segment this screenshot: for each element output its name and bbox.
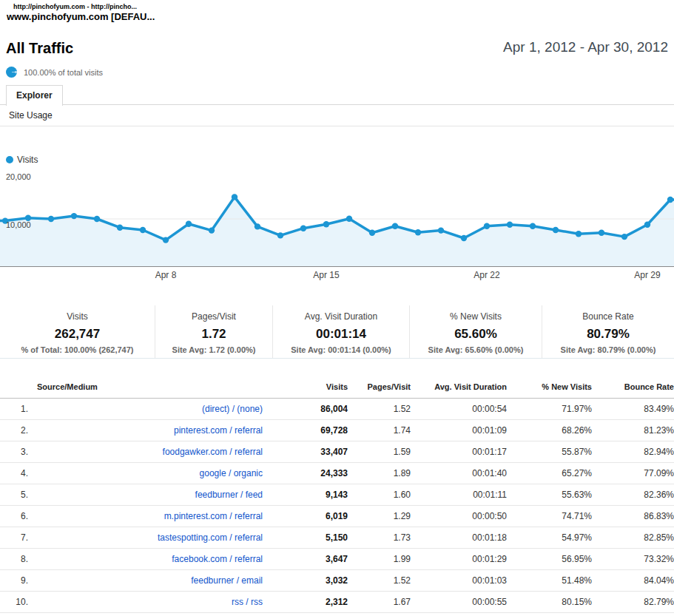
cell-pages-per-visit: 1.52	[348, 399, 411, 420]
cell-source: feedburner / email	[28, 570, 263, 592]
data-point[interactable]	[163, 237, 169, 243]
data-point[interactable]	[507, 222, 513, 228]
data-point[interactable]	[323, 221, 329, 227]
cell-avg-visit-duration: 00:01:03	[411, 570, 507, 592]
row-rank: 7.	[0, 527, 28, 549]
column-header--new-visits[interactable]: % New Visits	[507, 376, 592, 399]
row-rank: 6.	[0, 506, 28, 527]
cell-avg-visit-duration: 00:00:50	[411, 506, 507, 527]
column-header-avg-visit-duration[interactable]: Avg. Visit Duration	[411, 376, 507, 399]
cell-source: m.pinterest.com / referral	[28, 506, 263, 527]
column-header-pages-visit[interactable]: Pages/Visit	[348, 376, 411, 399]
source-link[interactable]: feedburner / email	[191, 575, 263, 586]
data-point[interactable]	[300, 226, 306, 231]
data-point[interactable]	[667, 197, 673, 203]
source-link[interactable]: rss / rss	[232, 597, 263, 607]
data-point[interactable]	[369, 230, 375, 236]
data-point[interactable]	[438, 227, 444, 233]
cell-source: (direct) / (none)	[28, 399, 263, 420]
data-point[interactable]	[644, 222, 650, 228]
data-point[interactable]	[94, 216, 100, 222]
cell-pages-per-visit: 1.60	[348, 484, 411, 506]
traffic-share-label: 100.00% of total visits	[24, 68, 103, 77]
tab-bar: Explorer	[0, 84, 674, 105]
cell-avg-visit-duration: 00:01:09	[411, 420, 507, 441]
cell-new-visits: 56.95%	[507, 549, 592, 570]
table-row: 8.facebook.com / referral3,6471.9900:01:…	[0, 549, 674, 570]
cell-new-visits: 55.87%	[507, 441, 592, 463]
data-point[interactable]	[346, 216, 352, 222]
source-link[interactable]: pinterest.com / referral	[174, 425, 263, 436]
source-link[interactable]: (direct) / (none)	[202, 404, 263, 414]
table-row: 6.m.pinterest.com / referral6,0191.2900:…	[0, 506, 674, 527]
scorecard-subtext: % of Total: 100.00% (262,747)	[0, 345, 155, 354]
data-point[interactable]	[71, 213, 77, 219]
cell-pages-per-visit: 1.67	[348, 592, 411, 613]
window-title-line-1: http://pinchofyum.com - http://pincho...	[13, 3, 137, 10]
scorecard-value: 80.79%	[542, 327, 674, 342]
subtab-row: Site Usage	[0, 105, 674, 126]
data-point[interactable]	[484, 223, 490, 229]
cell-pages-per-visit: 1.59	[348, 441, 411, 463]
data-point[interactable]	[255, 223, 260, 229]
cell-visits: 3,647	[263, 549, 348, 570]
cell-new-visits: 71.97%	[507, 399, 592, 420]
source-link[interactable]: google / organic	[200, 468, 263, 478]
data-point[interactable]	[140, 227, 146, 233]
column-header-source-medium[interactable]: Source/Medium	[28, 376, 263, 399]
column-header-bounce-rate[interactable]: Bounce Rate	[592, 376, 674, 399]
table-row: 1.(direct) / (none)86,0041.5200:00:5471.…	[0, 399, 674, 420]
row-rank: 5.	[0, 484, 28, 506]
cell-visits: 33,407	[263, 441, 348, 463]
data-point[interactable]	[621, 234, 627, 240]
data-point[interactable]	[277, 232, 283, 238]
cell-visits: 24,333	[263, 463, 348, 484]
cell-visits: 3,032	[263, 570, 348, 592]
data-point[interactable]	[599, 230, 604, 236]
data-point[interactable]	[530, 223, 536, 229]
scorecard-value: 262,747	[0, 327, 155, 342]
cell-source: google / organic	[28, 463, 263, 484]
scorecard-subtext: Site Avg: 80.79% (0.00%)	[542, 345, 674, 354]
data-point[interactable]	[209, 227, 215, 233]
date-range-selector[interactable]: Apr 1, 2012 - Apr 30, 2012	[503, 39, 668, 55]
source-link[interactable]: m.pinterest.com / referral	[164, 511, 263, 521]
data-point[interactable]	[553, 227, 559, 233]
cell-bounce-rate: 82.36%	[592, 484, 674, 506]
source-link[interactable]: foodgawker.com / referral	[163, 447, 263, 457]
scorecard-label: % New Visits	[410, 311, 542, 322]
x-axis-label: Apr 15	[313, 270, 339, 280]
table-row: 2.pinterest.com / referral69,7281.7400:0…	[0, 420, 674, 441]
x-axis-label: Apr 8	[155, 270, 177, 280]
scorecard-value: 00:01:14	[273, 327, 409, 342]
data-point[interactable]	[186, 221, 192, 227]
cell-bounce-rate: 86.83%	[592, 506, 674, 527]
data-point[interactable]	[576, 231, 582, 237]
cell-new-visits: 51.48%	[507, 570, 592, 592]
scorecard-subtext: Site Avg: 65.60% (0.00%)	[410, 345, 542, 354]
pie-chart-icon	[6, 67, 17, 78]
source-link[interactable]: feedburner / feed	[195, 490, 263, 500]
cell-bounce-rate: 84.04%	[592, 570, 674, 592]
traffic-share-row: 100.00% of total visits	[6, 67, 103, 78]
source-link[interactable]: tastespotting.com / referral	[158, 532, 263, 543]
data-point[interactable]	[117, 225, 123, 231]
cell-avg-visit-duration: 00:00:55	[411, 592, 507, 613]
tab-explorer[interactable]: Explorer	[6, 85, 63, 106]
traffic-table: Source/MediumVisitsPages/VisitAvg. Visit…	[0, 376, 674, 613]
data-point[interactable]	[415, 229, 421, 235]
cell-pages-per-visit: 1.99	[348, 549, 411, 570]
table-row: 7.tastespotting.com / referral5,1501.730…	[0, 527, 674, 549]
scorecard-value: 65.60%	[410, 327, 542, 342]
cell-bounce-rate: 82.85%	[592, 527, 674, 549]
data-point[interactable]	[392, 223, 398, 229]
data-point[interactable]	[461, 235, 467, 241]
source-link[interactable]: facebook.com / referral	[172, 554, 263, 564]
data-point[interactable]	[232, 194, 237, 200]
subtab-site-usage[interactable]: Site Usage	[9, 105, 53, 126]
scorecard-label: Avg. Visit Duration	[273, 311, 409, 322]
cell-bounce-rate: 82.94%	[592, 441, 674, 463]
column-header-visits[interactable]: Visits	[263, 376, 348, 399]
data-point[interactable]	[48, 216, 54, 222]
cell-pages-per-visit: 1.29	[348, 506, 411, 527]
